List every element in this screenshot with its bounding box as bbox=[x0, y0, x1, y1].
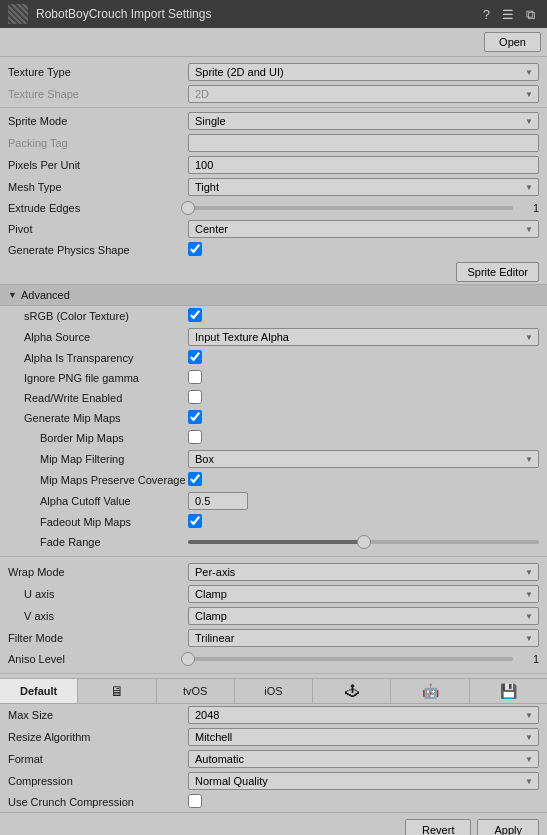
packing-tag-label: Packing Tag bbox=[8, 137, 188, 149]
filter-mode-wrapper: Trilinear bbox=[188, 629, 539, 647]
u-axis-select[interactable]: Clamp bbox=[188, 585, 539, 603]
sprite-mode-row: Sprite Mode Single bbox=[0, 110, 547, 132]
texture-shape-select[interactable]: 2D bbox=[188, 85, 539, 103]
u-axis-label: U axis bbox=[8, 588, 188, 600]
texture-shape-row: Texture Shape 2D bbox=[0, 83, 547, 105]
alpha-cutoff-input[interactable] bbox=[188, 492, 248, 510]
v-axis-label: V axis bbox=[8, 610, 188, 622]
fade-range-track[interactable] bbox=[188, 540, 539, 544]
revert-button[interactable]: Revert bbox=[405, 819, 471, 835]
alpha-source-select[interactable]: Input Texture Alpha bbox=[188, 328, 539, 346]
resize-algo-wrapper: Mitchell bbox=[188, 728, 539, 746]
srgb-checkbox[interactable] bbox=[188, 308, 202, 322]
aniso-slider-row: 1 bbox=[188, 653, 539, 665]
u-axis-wrapper: Clamp bbox=[188, 585, 539, 603]
mip-preserve-value bbox=[188, 472, 539, 488]
mip-preserve-row: Mip Maps Preserve Coverage bbox=[0, 470, 547, 490]
texture-type-select[interactable]: Sprite (2D and UI) bbox=[188, 63, 539, 81]
mesh-type-wrapper: Tight bbox=[188, 178, 539, 196]
crunch-checkbox[interactable] bbox=[188, 794, 202, 808]
max-size-wrapper: 2048 bbox=[188, 706, 539, 724]
crunch-value bbox=[188, 794, 539, 810]
title-bar-actions: ? ☰ ⧉ bbox=[479, 6, 539, 23]
tab-android-game[interactable]: 🕹 bbox=[313, 679, 391, 703]
packing-tag-input[interactable] bbox=[188, 134, 539, 152]
settings-button[interactable]: ☰ bbox=[498, 6, 518, 23]
ignore-png-checkbox[interactable] bbox=[188, 370, 202, 384]
ignore-png-label: Ignore PNG file gamma bbox=[8, 372, 188, 384]
fade-range-row: Fade Range bbox=[0, 532, 547, 552]
content-area: Texture Type Sprite (2D and UI) Texture … bbox=[0, 57, 547, 812]
extrude-edges-label: Extrude Edges bbox=[8, 202, 188, 214]
format-wrapper: Automatic bbox=[188, 750, 539, 768]
pivot-row: Pivot Center bbox=[0, 218, 547, 240]
gen-mip-maps-label: Generate Mip Maps bbox=[8, 412, 188, 424]
popup-button[interactable]: ⧉ bbox=[522, 6, 539, 23]
wrap-mode-row: Wrap Mode Per-axis bbox=[0, 561, 547, 583]
resize-algo-row: Resize Algorithm Mitchell bbox=[0, 726, 547, 748]
v-axis-select[interactable]: Clamp bbox=[188, 607, 539, 625]
aniso-track[interactable] bbox=[188, 657, 513, 661]
title-bar: RobotBoyCrouch Import Settings ? ☰ ⧉ bbox=[0, 0, 547, 28]
wrap-mode-label: Wrap Mode bbox=[8, 566, 188, 578]
aniso-level-row: Aniso Level 1 bbox=[0, 649, 547, 669]
tab-default[interactable]: Default bbox=[0, 679, 78, 703]
apply-button[interactable]: Apply bbox=[477, 819, 539, 835]
header-row: Open bbox=[0, 28, 547, 57]
format-row: Format Automatic bbox=[0, 748, 547, 770]
max-size-select[interactable]: 2048 bbox=[188, 706, 539, 724]
tab-webgl[interactable]: 💾 bbox=[470, 679, 547, 703]
extrude-edges-track[interactable] bbox=[188, 206, 513, 210]
gen-mip-maps-checkbox[interactable] bbox=[188, 410, 202, 424]
advanced-section-header[interactable]: ▼ Advanced bbox=[0, 284, 547, 306]
packing-tag-value bbox=[188, 134, 539, 152]
sprite-mode-select[interactable]: Single bbox=[188, 112, 539, 130]
format-select[interactable]: Automatic bbox=[188, 750, 539, 768]
alpha-transparency-row: Alpha Is Transparency bbox=[0, 348, 547, 368]
tvos-label: tvOS bbox=[183, 685, 207, 697]
pivot-select[interactable]: Center bbox=[188, 220, 539, 238]
pixels-per-unit-input[interactable] bbox=[188, 156, 539, 174]
packing-tag-row: Packing Tag bbox=[0, 132, 547, 154]
ignore-png-value bbox=[188, 370, 539, 386]
extrude-edges-slider-row: 1 bbox=[188, 202, 539, 214]
pixels-per-unit-label: Pixels Per Unit bbox=[8, 159, 188, 171]
sprite-editor-button[interactable]: Sprite Editor bbox=[456, 262, 539, 282]
crunch-row: Use Crunch Compression bbox=[0, 792, 547, 812]
platform-tabs: Default 🖥 tvOS iOS 🕹 🤖 💾 bbox=[0, 678, 547, 704]
filter-mode-select[interactable]: Trilinear bbox=[188, 629, 539, 647]
gen-physics-label: Generate Physics Shape bbox=[8, 244, 188, 256]
advanced-label: Advanced bbox=[21, 289, 70, 301]
tab-android[interactable]: 🤖 bbox=[391, 679, 469, 703]
tab-monitor[interactable]: 🖥 bbox=[78, 679, 156, 703]
resize-algo-select[interactable]: Mitchell bbox=[188, 728, 539, 746]
read-write-checkbox[interactable] bbox=[188, 390, 202, 404]
fadeout-mip-maps-checkbox[interactable] bbox=[188, 514, 202, 528]
compression-select[interactable]: Normal Quality bbox=[188, 772, 539, 790]
tab-ios[interactable]: iOS bbox=[235, 679, 313, 703]
alpha-transparency-checkbox[interactable] bbox=[188, 350, 202, 364]
tab-tvos[interactable]: tvOS bbox=[157, 679, 235, 703]
mip-preserve-label: Mip Maps Preserve Coverage bbox=[8, 474, 188, 486]
gen-mip-maps-value bbox=[188, 410, 539, 426]
window: RobotBoyCrouch Import Settings ? ☰ ⧉ Ope… bbox=[0, 0, 547, 835]
alpha-source-row: Alpha Source Input Texture Alpha bbox=[0, 326, 547, 348]
srgb-value bbox=[188, 308, 539, 324]
mip-map-filtering-select[interactable]: Box bbox=[188, 450, 539, 468]
compression-label: Compression bbox=[8, 775, 188, 787]
pivot-wrapper: Center bbox=[188, 220, 539, 238]
extrude-edges-value: 1 bbox=[519, 202, 539, 214]
open-button[interactable]: Open bbox=[484, 32, 541, 52]
gen-physics-checkbox[interactable] bbox=[188, 242, 202, 256]
mip-preserve-checkbox[interactable] bbox=[188, 472, 202, 486]
mesh-type-select[interactable]: Tight bbox=[188, 178, 539, 196]
alpha-cutoff-value-wrapper bbox=[188, 492, 539, 510]
max-size-row: Max Size 2048 bbox=[0, 704, 547, 726]
alpha-source-wrapper: Input Texture Alpha bbox=[188, 328, 539, 346]
wrap-mode-select[interactable]: Per-axis bbox=[188, 563, 539, 581]
alpha-source-label: Alpha Source bbox=[8, 331, 188, 343]
wrap-mode-wrapper: Per-axis bbox=[188, 563, 539, 581]
border-mip-maps-value bbox=[188, 430, 539, 446]
help-button[interactable]: ? bbox=[479, 6, 494, 23]
border-mip-maps-checkbox[interactable] bbox=[188, 430, 202, 444]
